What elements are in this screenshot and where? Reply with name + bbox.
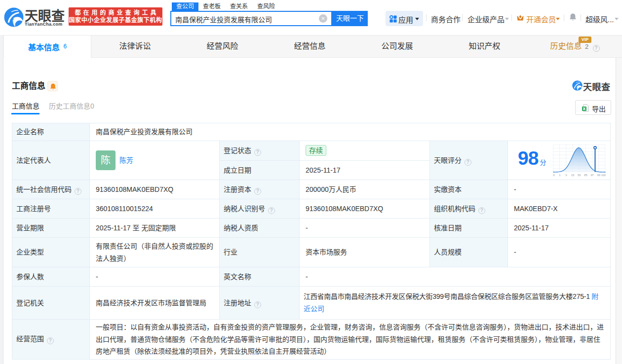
svg-text:100: 100	[601, 173, 606, 176]
svg-text:85: 85	[584, 173, 588, 176]
svg-text:1: 1	[559, 173, 561, 176]
svg-text:3: 3	[566, 173, 568, 176]
svg-text:15: 15	[571, 173, 575, 176]
svg-text:0: 0	[553, 173, 555, 176]
svg-text:97: 97	[591, 173, 594, 176]
svg-text:99: 99	[597, 173, 601, 176]
svg-text:50: 50	[578, 173, 581, 176]
